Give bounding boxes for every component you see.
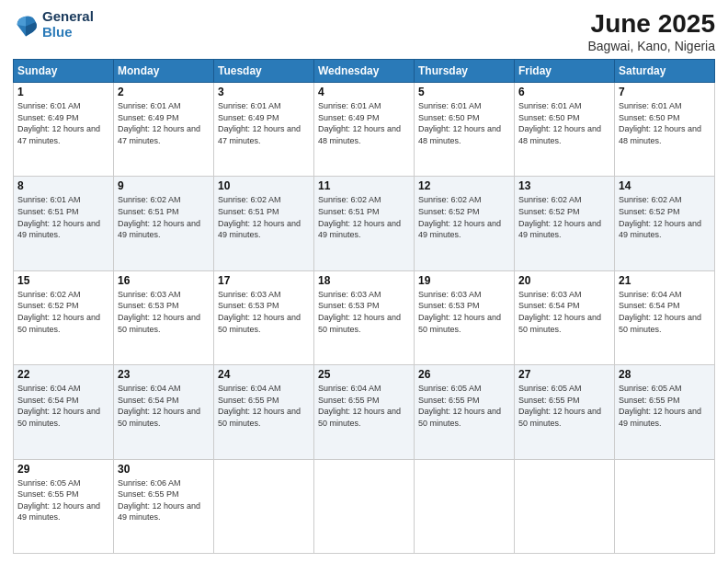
calendar-cell: 29Sunrise: 6:05 AMSunset: 6:55 PMDayligh… — [14, 459, 114, 553]
day-info: Sunrise: 6:02 AMSunset: 6:51 PMDaylight:… — [218, 194, 310, 240]
day-info: Sunrise: 6:05 AMSunset: 6:55 PMDaylight:… — [418, 383, 510, 429]
calendar-cell: 6Sunrise: 6:01 AMSunset: 6:50 PMDaylight… — [515, 83, 615, 177]
weekday-row: SundayMondayTuesdayWednesdayThursdayFrid… — [14, 60, 715, 83]
calendar-cell: 7Sunrise: 6:01 AMSunset: 6:50 PMDaylight… — [615, 83, 715, 177]
logo-text: General Blue — [42, 9, 94, 40]
weekday-header-wednesday: Wednesday — [314, 60, 415, 83]
calendar-cell: 8Sunrise: 6:01 AMSunset: 6:51 PMDaylight… — [14, 177, 114, 270]
logo: General Blue — [13, 9, 94, 40]
day-info: Sunrise: 6:01 AMSunset: 6:49 PMDaylight:… — [218, 100, 310, 146]
day-number: 17 — [218, 274, 310, 287]
calendar-cell: 9Sunrise: 6:02 AMSunset: 6:51 PMDaylight… — [114, 177, 214, 270]
day-info: Sunrise: 6:01 AMSunset: 6:50 PMDaylight:… — [619, 100, 711, 146]
calendar-header: SundayMondayTuesdayWednesdayThursdayFrid… — [14, 60, 715, 83]
day-info: Sunrise: 6:02 AMSunset: 6:52 PMDaylight:… — [619, 194, 711, 240]
calendar-cell: 1Sunrise: 6:01 AMSunset: 6:49 PMDaylight… — [14, 83, 114, 177]
calendar-cell — [515, 459, 615, 553]
day-info: Sunrise: 6:04 AMSunset: 6:54 PMDaylight:… — [118, 383, 210, 429]
calendar-cell: 5Sunrise: 6:01 AMSunset: 6:50 PMDaylight… — [415, 83, 515, 177]
day-number: 28 — [619, 368, 711, 381]
day-number: 10 — [218, 179, 310, 192]
day-number: 8 — [17, 179, 109, 192]
day-info: Sunrise: 6:05 AMSunset: 6:55 PMDaylight:… — [17, 477, 109, 523]
day-info: Sunrise: 6:04 AMSunset: 6:54 PMDaylight:… — [17, 383, 109, 429]
day-number: 24 — [218, 368, 310, 381]
day-info: Sunrise: 6:05 AMSunset: 6:55 PMDaylight:… — [518, 383, 610, 429]
day-info: Sunrise: 6:04 AMSunset: 6:55 PMDaylight:… — [218, 383, 310, 429]
day-info: Sunrise: 6:03 AMSunset: 6:53 PMDaylight:… — [418, 289, 510, 335]
weekday-header-monday: Monday — [114, 60, 214, 83]
day-number: 29 — [17, 463, 109, 476]
calendar-cell: 26Sunrise: 6:05 AMSunset: 6:55 PMDayligh… — [415, 365, 515, 459]
day-number: 6 — [518, 86, 610, 98]
day-info: Sunrise: 6:03 AMSunset: 6:53 PMDaylight:… — [218, 289, 310, 335]
calendar: SundayMondayTuesdayWednesdayThursdayFrid… — [13, 59, 715, 554]
day-number: 30 — [118, 463, 210, 476]
calendar-week-3: 15Sunrise: 6:02 AMSunset: 6:52 PMDayligh… — [14, 270, 715, 364]
calendar-cell — [314, 459, 415, 553]
day-info: Sunrise: 6:04 AMSunset: 6:55 PMDaylight:… — [318, 383, 410, 429]
calendar-cell: 20Sunrise: 6:03 AMSunset: 6:54 PMDayligh… — [515, 270, 615, 364]
day-info: Sunrise: 6:05 AMSunset: 6:55 PMDaylight:… — [619, 383, 711, 429]
day-number: 13 — [518, 179, 610, 192]
day-number: 3 — [218, 86, 310, 98]
day-number: 19 — [418, 274, 510, 287]
calendar-cell: 16Sunrise: 6:03 AMSunset: 6:53 PMDayligh… — [114, 270, 214, 364]
day-info: Sunrise: 6:01 AMSunset: 6:49 PMDaylight:… — [118, 100, 210, 146]
calendar-cell: 3Sunrise: 6:01 AMSunset: 6:49 PMDaylight… — [214, 83, 314, 177]
calendar-cell — [214, 459, 314, 553]
calendar-cell: 11Sunrise: 6:02 AMSunset: 6:51 PMDayligh… — [314, 177, 415, 270]
day-number: 21 — [619, 274, 711, 287]
day-info: Sunrise: 6:01 AMSunset: 6:50 PMDaylight:… — [418, 100, 510, 146]
day-number: 7 — [619, 86, 711, 98]
weekday-header-friday: Friday — [515, 60, 615, 83]
calendar-cell: 21Sunrise: 6:04 AMSunset: 6:54 PMDayligh… — [615, 270, 715, 364]
day-info: Sunrise: 6:01 AMSunset: 6:49 PMDaylight:… — [17, 100, 109, 146]
calendar-cell: 27Sunrise: 6:05 AMSunset: 6:55 PMDayligh… — [515, 365, 615, 459]
day-number: 20 — [518, 274, 610, 287]
weekday-header-thursday: Thursday — [415, 60, 515, 83]
location: Bagwai, Kano, Nigeria — [587, 39, 715, 53]
header: General Blue June 2025 Bagwai, Kano, Nig… — [13, 9, 715, 53]
page: General Blue June 2025 Bagwai, Kano, Nig… — [0, 0, 728, 563]
day-info: Sunrise: 6:03 AMSunset: 6:53 PMDaylight:… — [318, 289, 410, 335]
day-info: Sunrise: 6:01 AMSunset: 6:50 PMDaylight:… — [518, 100, 610, 146]
calendar-body: 1Sunrise: 6:01 AMSunset: 6:49 PMDaylight… — [14, 83, 715, 554]
calendar-week-2: 8Sunrise: 6:01 AMSunset: 6:51 PMDaylight… — [14, 177, 715, 270]
calendar-cell: 13Sunrise: 6:02 AMSunset: 6:52 PMDayligh… — [515, 177, 615, 270]
day-info: Sunrise: 6:03 AMSunset: 6:53 PMDaylight:… — [118, 289, 210, 335]
month-title: June 2025 — [587, 9, 715, 39]
calendar-cell: 17Sunrise: 6:03 AMSunset: 6:53 PMDayligh… — [214, 270, 314, 364]
day-info: Sunrise: 6:01 AMSunset: 6:51 PMDaylight:… — [17, 194, 109, 240]
calendar-cell: 15Sunrise: 6:02 AMSunset: 6:52 PMDayligh… — [14, 270, 114, 364]
calendar-cell — [615, 459, 715, 553]
weekday-header-sunday: Sunday — [14, 60, 114, 83]
calendar-week-4: 22Sunrise: 6:04 AMSunset: 6:54 PMDayligh… — [14, 365, 715, 459]
day-info: Sunrise: 6:04 AMSunset: 6:54 PMDaylight:… — [619, 289, 711, 335]
calendar-cell: 22Sunrise: 6:04 AMSunset: 6:54 PMDayligh… — [14, 365, 114, 459]
day-info: Sunrise: 6:02 AMSunset: 6:51 PMDaylight:… — [118, 194, 210, 240]
day-info: Sunrise: 6:02 AMSunset: 6:52 PMDaylight:… — [418, 194, 510, 240]
day-info: Sunrise: 6:06 AMSunset: 6:55 PMDaylight:… — [118, 477, 210, 523]
day-number: 16 — [118, 274, 210, 287]
weekday-header-saturday: Saturday — [615, 60, 715, 83]
calendar-cell: 4Sunrise: 6:01 AMSunset: 6:49 PMDaylight… — [314, 83, 415, 177]
day-number: 18 — [318, 274, 410, 287]
calendar-cell: 28Sunrise: 6:05 AMSunset: 6:55 PMDayligh… — [615, 365, 715, 459]
calendar-cell: 2Sunrise: 6:01 AMSunset: 6:49 PMDaylight… — [114, 83, 214, 177]
day-number: 22 — [17, 368, 109, 381]
day-number: 15 — [17, 274, 109, 287]
calendar-cell: 19Sunrise: 6:03 AMSunset: 6:53 PMDayligh… — [415, 270, 515, 364]
day-info: Sunrise: 6:01 AMSunset: 6:49 PMDaylight:… — [318, 100, 410, 146]
day-info: Sunrise: 6:03 AMSunset: 6:54 PMDaylight:… — [518, 289, 610, 335]
day-info: Sunrise: 6:02 AMSunset: 6:52 PMDaylight:… — [518, 194, 610, 240]
calendar-cell: 18Sunrise: 6:03 AMSunset: 6:53 PMDayligh… — [314, 270, 415, 364]
title-block: June 2025 Bagwai, Kano, Nigeria — [587, 9, 715, 53]
day-number: 12 — [418, 179, 510, 192]
day-number: 5 — [418, 86, 510, 98]
weekday-header-tuesday: Tuesday — [214, 60, 314, 83]
calendar-cell — [415, 459, 515, 553]
day-number: 23 — [118, 368, 210, 381]
calendar-cell: 12Sunrise: 6:02 AMSunset: 6:52 PMDayligh… — [415, 177, 515, 270]
day-number: 4 — [318, 86, 410, 98]
